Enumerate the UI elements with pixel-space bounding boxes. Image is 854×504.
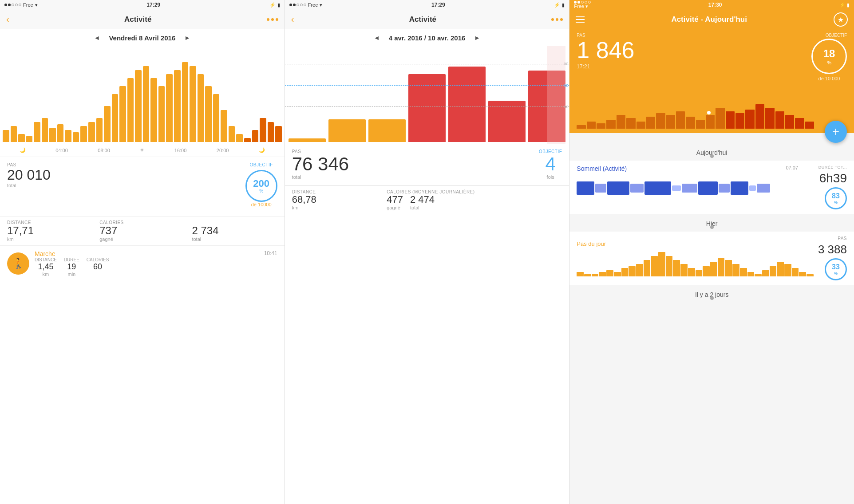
mini-bar: [785, 115, 794, 129]
date-label-2: 4 avr. 2016 / 10 avr. 2016: [389, 34, 466, 42]
sleep-right: DURÉE TOT... 6h39 83 %: [803, 165, 847, 209]
star-button-3[interactable]: ★: [834, 12, 848, 27]
obj-label-3: OBJECTIF: [826, 33, 847, 38]
bar-daily: [11, 126, 17, 142]
daily-chart-1: [0, 46, 285, 144]
sleep-dur-label: DURÉE TOT...: [818, 165, 847, 169]
act-cal-label: CALORIES: [87, 257, 109, 262]
nav-dot: [271, 18, 274, 21]
time-label: 08:00: [98, 148, 110, 153]
small-bar: [658, 252, 665, 276]
menu-button-3[interactable]: [576, 16, 585, 23]
small-bar: [592, 274, 599, 276]
signal-1: [4, 4, 21, 6]
sleep-seg: [644, 181, 671, 195]
date-label-1: Vendredi 8 Avril 2016: [109, 34, 175, 42]
act-dur-col: DUREE 19 min: [64, 257, 79, 277]
time-label: 🌙: [20, 147, 26, 153]
bar-daily: [26, 136, 33, 142]
prev-date-button-2[interactable]: ◄: [374, 34, 380, 41]
steps-main-row: 1 846 17:21 18 % de 10 000: [577, 39, 847, 81]
steps-value-1: 20 010: [7, 167, 245, 183]
act-dist-unit: km: [35, 272, 57, 277]
bar-weekly: [368, 119, 406, 142]
bar-daily: [42, 118, 48, 142]
back-button-1[interactable]: ‹: [6, 14, 9, 24]
sleep-seg: [757, 184, 770, 193]
small-bar-chart: [577, 250, 814, 276]
weekly-cal-earned-sub: gagné: [387, 205, 403, 210]
small-bar: [799, 272, 806, 276]
panel1: Free ▾ 17:29 ⚡ ▮ ‹ Activité ◄ Vendredi 8…: [0, 0, 285, 504]
weekly-dist-value: 68,78: [292, 194, 380, 205]
obj-label-1: OBJECTIF: [250, 162, 273, 167]
prev-date-button-1[interactable]: ◄: [94, 34, 100, 41]
mini-bar: [706, 115, 715, 129]
bar-daily: [127, 78, 134, 142]
bluetooth-icon-2: ⚡: [554, 2, 560, 8]
fab-button-3[interactable]: +: [825, 121, 847, 143]
status-right-3: ⚡ ▮: [839, 2, 850, 8]
hamburger-line: [576, 22, 585, 23]
sleep-header: Sommeil (Activité) 07:07: [577, 165, 798, 172]
status-left-1: Free ▾: [4, 2, 38, 8]
bluetooth-icon-1: ⚡: [269, 2, 276, 8]
distance-unit-1: km: [7, 236, 92, 242]
cal-total-block-1: - 2 734 total: [192, 220, 277, 242]
mini-bar-chart-3: [577, 102, 814, 129]
cal-earned-block-1: CALORIES 737 gagné: [99, 220, 185, 242]
small-bar: [807, 274, 814, 276]
nav-bar-3: Activité - Aujourd'hui ★: [569, 10, 854, 29]
status-bar-2: Free ▾ 17:29 ⚡ ▮: [285, 0, 569, 10]
mini-bar: [805, 122, 814, 129]
bar-daily: [65, 130, 71, 142]
sleep-duration: 6h39: [819, 171, 847, 185]
small-bar: [621, 268, 629, 276]
small-bar: [696, 270, 703, 276]
bar-daily: [104, 106, 111, 142]
wifi-icon-3: ▾: [585, 4, 588, 9]
status-left-2: Free ▾: [289, 2, 323, 8]
small-bar: [792, 268, 799, 276]
nav-dots-2[interactable]: [551, 18, 563, 21]
status-bar-3: Free ▾ 17:30 ⚡ ▮: [569, 0, 854, 10]
small-bar: [718, 258, 725, 276]
panel3: Free ▾ 17:30 ⚡ ▮ Activité - Aujourd'hui …: [569, 0, 854, 504]
steps-card-left: Pas du jour: [577, 240, 814, 276]
small-bar: [777, 262, 784, 276]
time-label: 20:00: [217, 148, 229, 153]
steps-card-label: PAS: [838, 236, 847, 241]
back-button-2[interactable]: ‹: [291, 14, 294, 24]
mini-bar: [646, 117, 655, 129]
mini-bar: [716, 108, 724, 129]
weekly-dist-unit: km: [292, 205, 380, 210]
mini-bar: [597, 123, 605, 129]
mini-bar: [775, 111, 784, 129]
mini-bar-dot: [707, 111, 711, 114]
steps-pct-circle: 33 %: [825, 258, 847, 280]
cal-earned-sub-1: gagné: [99, 236, 185, 242]
activity-item-1: 🚶 Marche 10:41 DISTANCE 1,45 km DUREE 19…: [0, 245, 285, 281]
next-date-button-1[interactable]: ►: [184, 34, 190, 41]
weekly-cal-values: 477 gagné 2 474 total: [387, 194, 562, 210]
status-right-1: ⚡ ▮: [269, 2, 280, 8]
wifi-icon-2: ▾: [320, 2, 322, 8]
bar-daily: [158, 86, 165, 142]
sleep-seg: [749, 185, 756, 191]
bar-daily: [18, 134, 25, 142]
nav-dots-1[interactable]: [267, 18, 278, 21]
act-dist-val: 1,45: [35, 262, 57, 272]
obj-pct-3: %: [827, 60, 831, 65]
obj-num-3: 18: [823, 47, 835, 60]
mini-bar: [795, 118, 804, 129]
next-date-button-2[interactable]: ►: [474, 34, 480, 41]
hamburger-line: [576, 19, 585, 20]
sleep-bars: [577, 175, 798, 201]
obj-value-1: 200: [253, 179, 269, 189]
mini-bar: [686, 117, 695, 129]
bar-daily: [213, 94, 220, 142]
signal-dot-empty: [300, 4, 303, 6]
nav-dot: [267, 18, 269, 21]
activity-icon-1: 🚶: [7, 252, 29, 275]
nav-title-1: Activité: [124, 15, 151, 24]
